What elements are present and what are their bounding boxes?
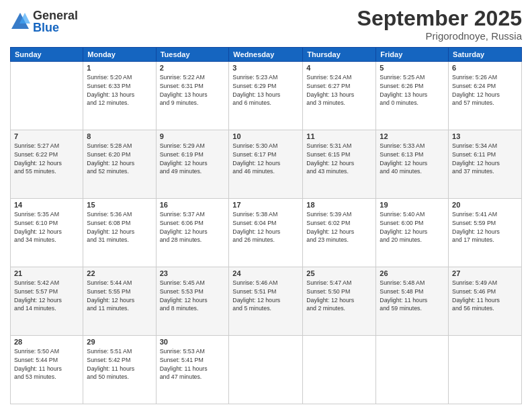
calendar-header-saturday: Saturday <box>449 48 522 62</box>
day-info: Sunrise: 5:42 AM Sunset: 5:57 PM Dayligh… <box>14 279 79 313</box>
calendar-cell <box>449 336 522 404</box>
calendar-cell: 27Sunrise: 5:49 AM Sunset: 5:46 PM Dayli… <box>449 267 522 336</box>
day-number: 16 <box>160 201 226 209</box>
header: General Blue September 2025 Prigorodnoye… <box>10 7 522 42</box>
logo-text: General Blue <box>33 9 78 34</box>
day-number: 28 <box>14 338 79 346</box>
day-info: Sunrise: 5:30 AM Sunset: 6:17 PM Dayligh… <box>232 142 299 176</box>
day-info: Sunrise: 5:47 AM Sunset: 5:50 PM Dayligh… <box>306 279 372 313</box>
calendar-cell: 20Sunrise: 5:41 AM Sunset: 5:59 PM Dayli… <box>449 199 522 267</box>
day-info: Sunrise: 5:26 AM Sunset: 6:24 PM Dayligh… <box>452 73 518 107</box>
day-info: Sunrise: 5:28 AM Sunset: 6:20 PM Dayligh… <box>87 142 152 176</box>
day-info: Sunrise: 5:24 AM Sunset: 6:27 PM Dayligh… <box>306 73 372 107</box>
calendar-cell: 21Sunrise: 5:42 AM Sunset: 5:57 PM Dayli… <box>11 267 83 336</box>
day-number: 13 <box>452 132 518 140</box>
day-number: 8 <box>87 132 152 140</box>
day-number: 2 <box>160 64 226 72</box>
calendar-cell: 10Sunrise: 5:30 AM Sunset: 6:17 PM Dayli… <box>229 130 303 199</box>
calendar-cell: 23Sunrise: 5:45 AM Sunset: 5:53 PM Dayli… <box>156 267 229 336</box>
day-number: 3 <box>232 64 299 72</box>
day-info: Sunrise: 5:31 AM Sunset: 6:15 PM Dayligh… <box>306 142 372 176</box>
calendar-header-wednesday: Wednesday <box>229 48 303 62</box>
day-info: Sunrise: 5:25 AM Sunset: 6:26 PM Dayligh… <box>380 73 445 107</box>
day-number: 11 <box>306 132 372 140</box>
calendar-cell: 26Sunrise: 5:48 AM Sunset: 5:48 PM Dayli… <box>376 267 449 336</box>
day-info: Sunrise: 5:34 AM Sunset: 6:11 PM Dayligh… <box>452 142 518 176</box>
day-info: Sunrise: 5:29 AM Sunset: 6:19 PM Dayligh… <box>160 142 226 176</box>
day-info: Sunrise: 5:35 AM Sunset: 6:10 PM Dayligh… <box>14 210 79 244</box>
day-info: Sunrise: 5:36 AM Sunset: 6:08 PM Dayligh… <box>87 210 152 244</box>
day-info: Sunrise: 5:51 AM Sunset: 5:42 PM Dayligh… <box>87 347 152 381</box>
calendar-week-row: 21Sunrise: 5:42 AM Sunset: 5:57 PM Dayli… <box>11 267 522 336</box>
day-number: 18 <box>306 201 372 209</box>
calendar-header-tuesday: Tuesday <box>156 48 229 62</box>
day-info: Sunrise: 5:48 AM Sunset: 5:48 PM Dayligh… <box>380 279 445 313</box>
day-info: Sunrise: 5:33 AM Sunset: 6:13 PM Dayligh… <box>380 142 445 176</box>
day-number: 24 <box>232 269 299 277</box>
day-info: Sunrise: 5:22 AM Sunset: 6:31 PM Dayligh… <box>160 73 226 107</box>
day-info: Sunrise: 5:20 AM Sunset: 6:33 PM Dayligh… <box>87 73 152 107</box>
day-number: 4 <box>306 64 372 72</box>
title-block: September 2025 Prigorodnoye, Russia <box>357 7 522 42</box>
calendar-header-row: SundayMondayTuesdayWednesdayThursdayFrid… <box>11 48 522 62</box>
day-number: 6 <box>452 64 518 72</box>
day-number: 26 <box>380 269 445 277</box>
logo-icon <box>10 11 30 32</box>
calendar-cell: 18Sunrise: 5:39 AM Sunset: 6:02 PM Dayli… <box>303 199 376 267</box>
day-number: 1 <box>87 64 152 72</box>
calendar-cell: 22Sunrise: 5:44 AM Sunset: 5:55 PM Dayli… <box>83 267 156 336</box>
calendar-cell <box>11 62 83 130</box>
day-number: 30 <box>160 338 226 346</box>
day-info: Sunrise: 5:38 AM Sunset: 6:04 PM Dayligh… <box>232 210 299 244</box>
calendar-cell: 29Sunrise: 5:51 AM Sunset: 5:42 PM Dayli… <box>83 336 156 404</box>
calendar-week-row: 7Sunrise: 5:27 AM Sunset: 6:22 PM Daylig… <box>11 130 522 199</box>
day-number: 23 <box>160 269 226 277</box>
day-info: Sunrise: 5:46 AM Sunset: 5:51 PM Dayligh… <box>232 279 299 313</box>
calendar-cell: 1Sunrise: 5:20 AM Sunset: 6:33 PM Daylig… <box>83 62 156 130</box>
day-number: 19 <box>380 201 445 209</box>
calendar-cell: 2Sunrise: 5:22 AM Sunset: 6:31 PM Daylig… <box>156 62 229 130</box>
calendar-header-thursday: Thursday <box>303 48 376 62</box>
calendar-header-sunday: Sunday <box>11 48 83 62</box>
day-info: Sunrise: 5:44 AM Sunset: 5:55 PM Dayligh… <box>87 279 152 313</box>
day-info: Sunrise: 5:49 AM Sunset: 5:46 PM Dayligh… <box>452 279 518 313</box>
day-info: Sunrise: 5:39 AM Sunset: 6:02 PM Dayligh… <box>306 210 372 244</box>
calendar-header-friday: Friday <box>376 48 449 62</box>
calendar-cell <box>376 336 449 404</box>
day-info: Sunrise: 5:50 AM Sunset: 5:44 PM Dayligh… <box>14 347 79 381</box>
day-number: 20 <box>452 201 518 209</box>
calendar-cell: 11Sunrise: 5:31 AM Sunset: 6:15 PM Dayli… <box>303 130 376 199</box>
day-number: 9 <box>160 132 226 140</box>
calendar-cell: 3Sunrise: 5:23 AM Sunset: 6:29 PM Daylig… <box>229 62 303 130</box>
month-title: September 2025 <box>357 7 522 30</box>
day-number: 27 <box>452 269 518 277</box>
calendar-header-monday: Monday <box>83 48 156 62</box>
page: General Blue September 2025 Prigorodnoye… <box>0 0 532 411</box>
calendar-cell: 19Sunrise: 5:40 AM Sunset: 6:00 PM Dayli… <box>376 199 449 267</box>
calendar-week-row: 1Sunrise: 5:20 AM Sunset: 6:33 PM Daylig… <box>11 62 522 130</box>
day-number: 17 <box>232 201 299 209</box>
calendar-cell: 15Sunrise: 5:36 AM Sunset: 6:08 PM Dayli… <box>83 199 156 267</box>
calendar-cell: 24Sunrise: 5:46 AM Sunset: 5:51 PM Dayli… <box>229 267 303 336</box>
day-info: Sunrise: 5:23 AM Sunset: 6:29 PM Dayligh… <box>232 73 299 107</box>
day-info: Sunrise: 5:45 AM Sunset: 5:53 PM Dayligh… <box>160 279 226 313</box>
calendar-cell: 25Sunrise: 5:47 AM Sunset: 5:50 PM Dayli… <box>303 267 376 336</box>
day-number: 15 <box>87 201 152 209</box>
calendar-cell <box>229 336 303 404</box>
calendar-cell: 30Sunrise: 5:53 AM Sunset: 5:41 PM Dayli… <box>156 336 229 404</box>
day-number: 5 <box>380 64 445 72</box>
calendar-cell <box>303 336 376 404</box>
day-info: Sunrise: 5:37 AM Sunset: 6:06 PM Dayligh… <box>160 210 226 244</box>
calendar-cell: 9Sunrise: 5:29 AM Sunset: 6:19 PM Daylig… <box>156 130 229 199</box>
day-number: 29 <box>87 338 152 346</box>
day-info: Sunrise: 5:40 AM Sunset: 6:00 PM Dayligh… <box>380 210 445 244</box>
calendar-cell: 28Sunrise: 5:50 AM Sunset: 5:44 PM Dayli… <box>11 336 83 404</box>
day-info: Sunrise: 5:53 AM Sunset: 5:41 PM Dayligh… <box>160 347 226 381</box>
logo: General Blue <box>10 9 78 34</box>
calendar-cell: 12Sunrise: 5:33 AM Sunset: 6:13 PM Dayli… <box>376 130 449 199</box>
calendar-cell: 13Sunrise: 5:34 AM Sunset: 6:11 PM Dayli… <box>449 130 522 199</box>
day-number: 22 <box>87 269 152 277</box>
location: Prigorodnoye, Russia <box>357 30 522 42</box>
day-number: 7 <box>14 132 79 140</box>
calendar-week-row: 14Sunrise: 5:35 AM Sunset: 6:10 PM Dayli… <box>11 199 522 267</box>
